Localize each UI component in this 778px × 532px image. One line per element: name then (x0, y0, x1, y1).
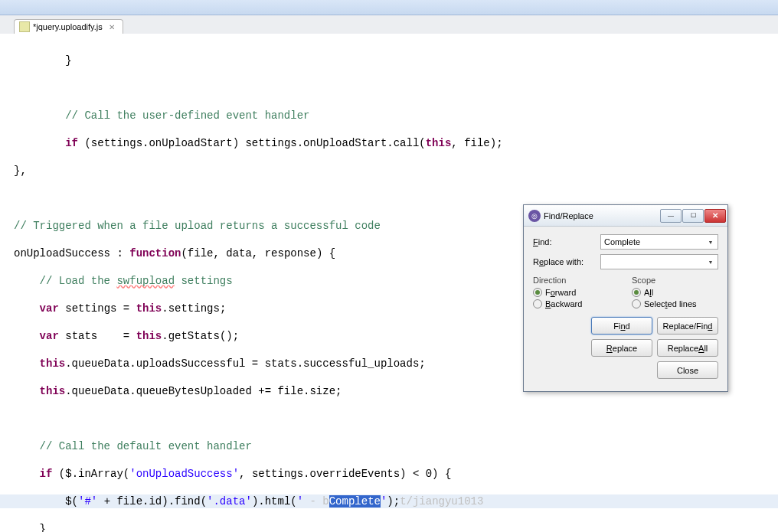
code: } (14, 523, 46, 532)
radio-icon (533, 299, 542, 308)
code: .settings; (162, 302, 226, 315)
maximize-button[interactable]: ☐ (682, 209, 704, 223)
keyword: if (40, 468, 53, 480)
js-file-icon (19, 21, 30, 32)
tab-title: *jquery.uploadify.js (33, 22, 103, 31)
code: .getStats(); (162, 330, 239, 342)
code (14, 357, 40, 370)
code: ); (387, 495, 400, 508)
code (14, 302, 40, 315)
comment-spell-error: swfupload (116, 275, 175, 287)
code: $( (14, 495, 78, 508)
code (14, 109, 65, 122)
code: stats = (59, 330, 136, 342)
comment: // Triggered when a file upload returns … (14, 220, 381, 232)
dialog-body: Find: Complete ▼ Replace with: ▼ Directi… (524, 227, 727, 391)
radio-icon (632, 288, 641, 297)
find-button[interactable]: Find (591, 317, 652, 335)
find-label: Find: (533, 237, 600, 246)
radio-forward[interactable]: Forward (533, 288, 619, 297)
maximize-icon: ☐ (691, 212, 696, 219)
code: ($.inArray( (52, 468, 129, 480)
string: '#' (78, 495, 97, 508)
keyword: this (136, 302, 162, 315)
code (14, 330, 40, 342)
find-replace-dialog: ◎ Find/Replace — ☐ ✕ Find: Complete ▼ Re… (523, 204, 728, 392)
find-value: Complete (604, 237, 640, 246)
eclipse-icon: ◎ (528, 210, 541, 222)
code: (file, data, response) { (181, 247, 335, 259)
direction-group: Direction Forward Backward (533, 276, 619, 311)
radio-all[interactable]: All (632, 288, 718, 297)
direction-title: Direction (533, 276, 619, 285)
code: + file.id).find( (97, 495, 207, 508)
string: ' (297, 495, 310, 508)
radio-backward[interactable]: Backward (533, 299, 619, 308)
code: }, (14, 165, 27, 177)
tab-file[interactable]: *jquery.uploadify.js ✕ (14, 19, 123, 34)
string: 'onUploadSuccess' (129, 468, 239, 480)
code: .queueData.uploadsSuccessful = stats.suc… (65, 357, 425, 370)
code: (settings.onUploadStart) settings.onUplo… (78, 137, 426, 149)
code (14, 440, 40, 452)
chevron-down-icon[interactable]: ▼ (705, 256, 716, 267)
dialog-title: Find/Replace (544, 211, 593, 220)
replace-all-button[interactable]: Replace All (657, 339, 718, 357)
keyword: this (136, 330, 162, 342)
keyword: this (40, 385, 66, 397)
code: .queueData.queueBytesUploaded += file.si… (65, 385, 342, 397)
selection[interactable]: Complete (329, 495, 381, 508)
code: , settings.overrideEvents) < 0) { (239, 468, 451, 480)
keyword: function (129, 247, 181, 259)
close-dialog-button[interactable]: Close (657, 361, 718, 379)
keyword: this (426, 137, 452, 149)
keyword: var (40, 330, 59, 342)
code (14, 275, 40, 287)
radio-icon (533, 288, 542, 297)
dialog-titlebar[interactable]: ◎ Find/Replace — ☐ ✕ (524, 205, 727, 227)
find-input[interactable]: Complete ▼ (600, 234, 718, 250)
radio-icon (632, 299, 641, 308)
replace-find-button[interactable]: Replace/Find (657, 317, 718, 335)
code (14, 468, 40, 480)
minimize-button[interactable]: — (660, 209, 682, 223)
code: } (14, 54, 72, 67)
code: onUploadSuccess : (14, 247, 129, 259)
close-icon: ✕ (712, 211, 718, 220)
close-button[interactable]: ✕ (704, 209, 726, 223)
comment: settings (175, 275, 233, 287)
code: ).html( (252, 495, 297, 508)
minimize-icon: — (668, 212, 674, 219)
scope-title: Scope (632, 276, 718, 285)
keyword: this (40, 357, 66, 370)
toolbar-strip (0, 0, 778, 15)
keyword: var (40, 302, 59, 315)
close-icon[interactable]: ✕ (109, 23, 115, 31)
scope-group: Scope All Selected lines (632, 276, 718, 311)
keyword: if (65, 137, 78, 149)
code: settings = (59, 302, 136, 315)
replace-input[interactable]: ▼ (600, 254, 718, 269)
string: '.data' (207, 495, 252, 508)
comment: // Call the user-defined event handler (65, 109, 309, 122)
comment: // Load the (40, 275, 117, 287)
chevron-down-icon[interactable]: ▼ (705, 237, 716, 247)
watermark: - b (310, 495, 329, 508)
code (14, 385, 40, 397)
editor-tabs: *jquery.uploadify.js ✕ (0, 15, 778, 34)
comment: // Call the default event handler (40, 440, 252, 452)
code (14, 137, 65, 149)
watermark: t/jiangyu1013 (400, 495, 483, 508)
code: , file); (451, 137, 502, 149)
radio-selected-lines[interactable]: Selected lines (632, 299, 718, 308)
replace-label: Replace with: (533, 257, 600, 266)
replace-button[interactable]: Replace (591, 339, 652, 357)
